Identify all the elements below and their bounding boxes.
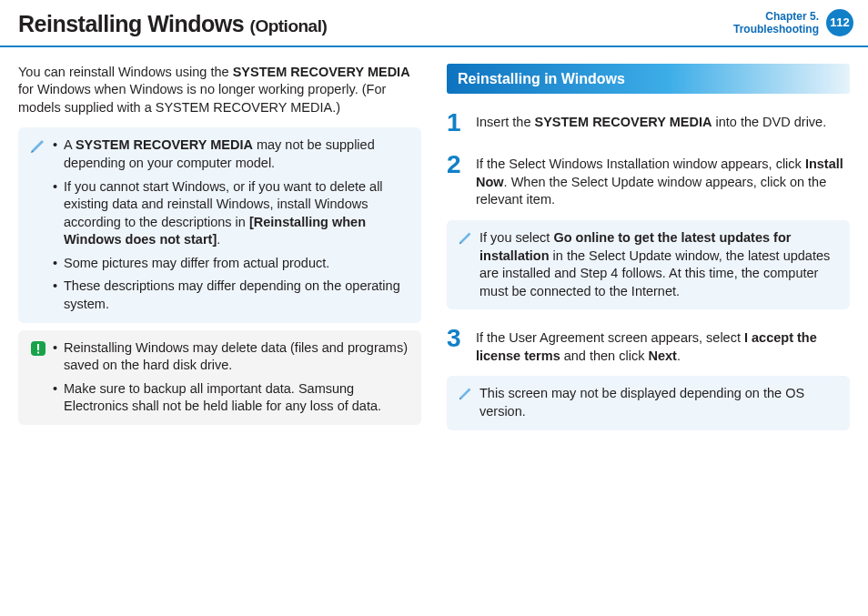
note-icon [458, 229, 474, 246]
note-icon [458, 385, 474, 401]
warning-box: Reinstalling Windows may delete data (fi… [18, 330, 421, 425]
chapter-info: Chapter 5. Troubleshooting 112 [733, 9, 853, 36]
note-item: A SYSTEM RECOVERY MEDIA may not be suppl… [53, 136, 410, 172]
step-number: 3 [447, 326, 465, 365]
note-item: These descriptions may differ depending … [53, 278, 410, 313]
step-text-part: If the User Agreement screen appears, se… [476, 330, 744, 345]
left-column: You can reinstall Windows using the SYST… [18, 64, 421, 447]
section-heading: Reinstalling in Windows [447, 64, 850, 95]
inline-note-text: This screen may not be displayed dependi… [479, 385, 839, 420]
step-bold: SYSTEM RECOVERY MEDIA [534, 115, 712, 129]
warning-item: Reinstalling Windows may delete data (fi… [53, 339, 410, 375]
step-text-part: . When the Select Update window appears,… [476, 175, 826, 207]
step-text-part: If the Select Windows Installation windo… [476, 157, 805, 171]
inline-note-text: If you select Go online to get the lates… [479, 229, 839, 300]
intro-text-2: for Windows when Windows is no longer wo… [18, 82, 386, 115]
note-text: A [64, 137, 76, 152]
step-text-part: and then click [560, 348, 649, 363]
intro-bold: SYSTEM RECOVERY MEDIA [233, 65, 410, 79]
chapter-line2: Troubleshooting [733, 23, 819, 35]
title-optional: (Optional) [250, 16, 328, 35]
note-text: . [217, 232, 220, 247]
step-bold: Next [648, 348, 676, 363]
page-number-badge: 112 [826, 9, 853, 36]
step-text: Insert the SYSTEM RECOVERY MEDIA into th… [476, 110, 826, 136]
step-text-part: into the DVD drive. [712, 115, 826, 129]
step-text: If the Select Windows Installation windo… [476, 152, 850, 209]
svg-rect-1 [37, 344, 39, 350]
chapter-labels: Chapter 5. Troubleshooting [733, 10, 819, 36]
note-item: If you cannot start Windows, or if you w… [53, 178, 410, 249]
svg-rect-2 [37, 351, 39, 353]
warning-icon [29, 339, 47, 358]
note-icon [29, 136, 47, 155]
step-text: If the User Agreement screen appears, se… [476, 326, 850, 365]
note-bold: SYSTEM RECOVERY MEDIA [76, 137, 253, 152]
title-main: Reinstalling Windows [18, 11, 244, 36]
warning-item: Make sure to backup all important data. … [53, 380, 410, 416]
right-column: Reinstalling in Windows 1 Insert the SYS… [447, 64, 850, 447]
step-number: 1 [447, 110, 465, 136]
step-2: 2 If the Select Windows Installation win… [447, 152, 850, 209]
inline-note: If you select Go online to get the lates… [447, 220, 850, 309]
page-header: Reinstalling Windows (Optional) Chapter … [0, 0, 868, 47]
inline-note: This screen may not be displayed dependi… [447, 376, 850, 429]
note-text-part: If you select [479, 230, 553, 245]
warning-list: Reinstalling Windows may delete data (fi… [53, 339, 410, 416]
note-item: Some pictures may differ from actual pro… [53, 255, 410, 273]
step-text-part: Insert the [476, 115, 534, 129]
step-1: 1 Insert the SYSTEM RECOVERY MEDIA into … [447, 110, 850, 136]
step-number: 2 [447, 152, 465, 209]
note-list: A SYSTEM RECOVERY MEDIA may not be suppl… [53, 136, 410, 313]
chapter-line1: Chapter 5. [733, 10, 819, 23]
step-text-part: . [677, 348, 681, 363]
intro-text: You can reinstall Windows using the [18, 65, 233, 79]
step-3: 3 If the User Agreement screen appears, … [447, 326, 850, 365]
note-box: A SYSTEM RECOVERY MEDIA may not be suppl… [18, 127, 421, 322]
content-columns: You can reinstall Windows using the SYST… [0, 47, 868, 447]
intro-paragraph: You can reinstall Windows using the SYST… [18, 64, 421, 117]
page-title: Reinstalling Windows (Optional) [18, 9, 327, 40]
